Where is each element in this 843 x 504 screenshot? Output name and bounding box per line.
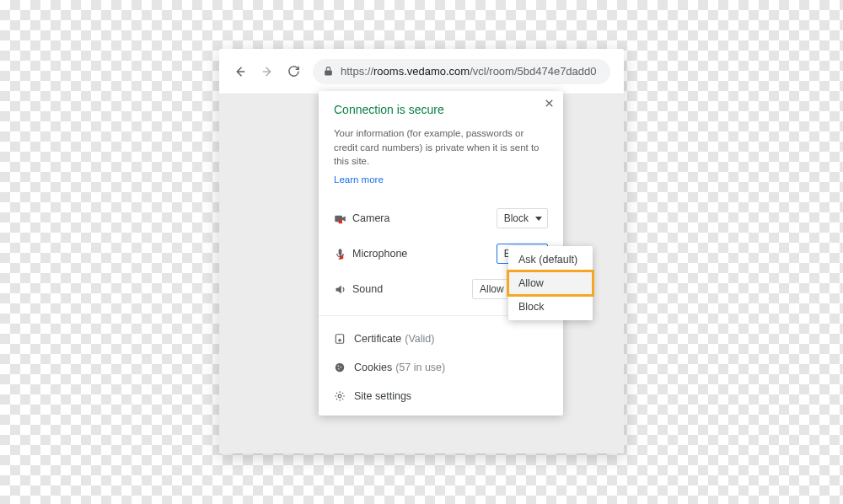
svg-point-6 xyxy=(336,363,345,373)
svg-rect-1 xyxy=(339,219,342,223)
svg-rect-3 xyxy=(340,255,343,258)
select-value: Allow ( xyxy=(480,283,510,295)
cookies-count: (57 in use) xyxy=(395,362,445,373)
microphone-dropdown-menu: Ask (default) Allow Block xyxy=(508,246,593,320)
cookie-icon xyxy=(334,362,354,373)
browser-toolbar: https://rooms.vedamo.com/vcl/room/5bd474… xyxy=(219,49,624,94)
certificate-row[interactable]: Certificate (Valid) xyxy=(334,324,548,353)
permission-label: Sound xyxy=(352,283,472,295)
dropdown-option-allow[interactable]: Allow xyxy=(508,271,593,295)
dropdown-option-block[interactable]: Block xyxy=(508,295,593,319)
popover-title: Connection is secure xyxy=(334,103,548,116)
gear-icon xyxy=(334,390,354,402)
camera-icon xyxy=(334,213,352,224)
permission-label: Camera xyxy=(352,212,497,224)
close-button[interactable] xyxy=(544,98,555,109)
microphone-icon xyxy=(334,248,352,260)
site-settings-row[interactable]: Site settings xyxy=(334,382,548,410)
svg-rect-2 xyxy=(339,249,342,255)
chevron-down-icon xyxy=(535,217,542,221)
reload-icon xyxy=(287,64,301,78)
cookies-row[interactable]: Cookies (57 in use) xyxy=(334,353,548,382)
svg-point-8 xyxy=(340,367,341,368)
close-icon xyxy=(544,98,555,109)
cookies-label: Cookies xyxy=(354,362,392,373)
permission-label: Microphone xyxy=(352,248,497,260)
dropdown-option-ask[interactable]: Ask (default) xyxy=(508,248,593,271)
select-value: Block xyxy=(504,212,529,224)
svg-point-9 xyxy=(338,368,340,370)
certificate-label: Certificate xyxy=(354,333,401,345)
back-button[interactable] xyxy=(233,64,248,79)
permission-row-camera: Camera Block xyxy=(334,201,548,236)
url-text: https://rooms.vedamo.com/vcl/room/5bd474… xyxy=(341,65,597,78)
arrow-left-icon xyxy=(233,64,248,79)
learn-more-link[interactable]: Learn more xyxy=(334,174,384,185)
certificate-icon xyxy=(334,333,354,345)
arrow-right-icon xyxy=(260,64,275,79)
lock-icon xyxy=(323,66,334,77)
sound-icon xyxy=(334,283,352,296)
site-settings-label: Site settings xyxy=(354,390,411,402)
svg-point-10 xyxy=(338,394,341,398)
reload-button[interactable] xyxy=(287,64,301,78)
certificate-status: (Valid) xyxy=(405,333,434,345)
svg-point-5 xyxy=(338,339,341,342)
svg-point-7 xyxy=(337,366,339,367)
browser-window: https://rooms.vedamo.com/vcl/room/5bd474… xyxy=(219,49,624,453)
forward-button[interactable] xyxy=(260,64,275,79)
popover-body: Your information (for example, passwords… xyxy=(334,126,548,169)
address-bar[interactable]: https://rooms.vedamo.com/vcl/room/5bd474… xyxy=(313,59,610,84)
camera-select[interactable]: Block xyxy=(497,208,548,228)
